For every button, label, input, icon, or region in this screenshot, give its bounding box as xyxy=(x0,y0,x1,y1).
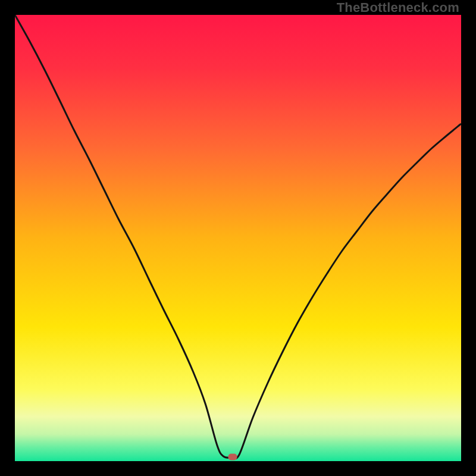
plot-area xyxy=(15,15,461,461)
watermark-text: TheBottleneck.com xyxy=(337,0,459,15)
curve-layer xyxy=(15,15,461,461)
chart-frame: TheBottleneck.com xyxy=(0,0,476,476)
bottleneck-curve xyxy=(15,15,461,458)
optimum-marker xyxy=(228,453,237,460)
